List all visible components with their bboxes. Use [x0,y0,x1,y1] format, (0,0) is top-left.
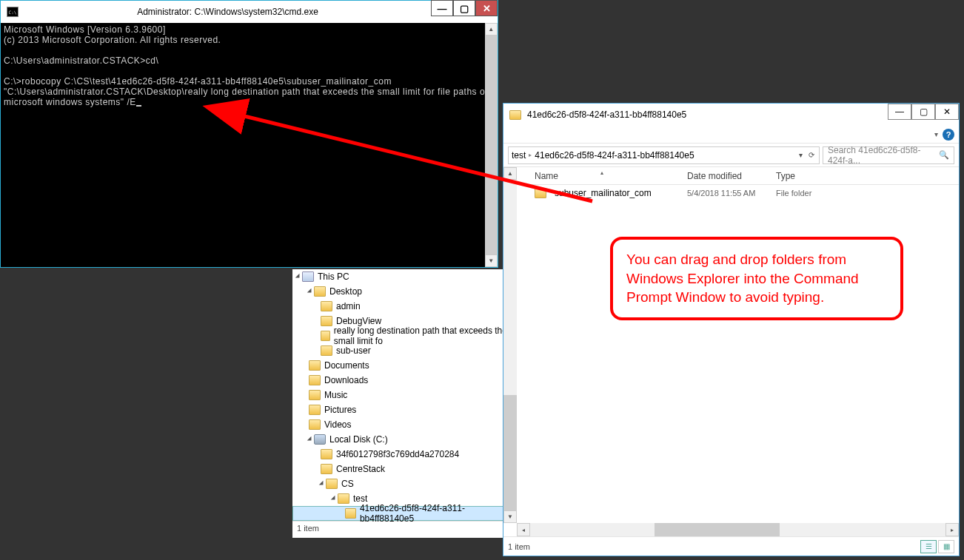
tree-label: This PC [318,271,349,282]
tree-guid-selected[interactable]: 41ed6c26-d5f8-424f-a311-bb4ff88140e5 [292,506,507,521]
background-explorer-tree: This PC Desktop admin DebugView really l… [292,269,507,538]
tree-downloads[interactable]: Downloads [292,373,507,388]
tree-label: 41ed6c26-d5f8-424f-a311-bb4ff88140e5 [360,503,506,524]
folder-icon [309,375,321,385]
item-count: 1 item [508,542,530,551]
explorer-ribbon-collapsed: ▾ ? [503,126,959,144]
refresh-icon[interactable]: ⟳ [807,151,816,159]
cmd-title: Administrator: C:\Windows\system32\cmd.e… [24,7,431,17]
tree-documents[interactable]: Documents [292,358,507,373]
cmd-titlebar[interactable]: Administrator: C:\Windows\system32\cmd.e… [1,1,498,23]
cmd-line: C:\Users\administrator.CSTACK>cd\ [4,55,158,66]
chevron-down-icon[interactable]: ▾ [934,130,938,138]
tree-localdisk[interactable]: Local Disk (C:) [292,432,507,447]
folder-icon [314,286,326,297]
tree-label: Music [324,390,347,400]
file-date: 5/4/2018 11:55 AM [687,189,776,198]
scroll-thumb[interactable] [655,523,779,536]
cmd-line: Microsoft Windows [Version 6.3.9600] [4,24,166,35]
chevron-down-icon[interactable]: ▾ [797,151,804,159]
cmd-line: (c) 2013 Microsoft Corporation. All righ… [4,35,221,45]
tree-label: really long destination path that exceed… [334,325,507,346]
close-button[interactable]: ✕ [935,104,959,120]
scroll-down-icon[interactable]: ▼ [503,510,517,523]
tree-music[interactable]: Music [292,388,507,402]
chevron-right-icon: ▸ [529,152,532,158]
folder-icon [321,449,332,459]
cursor-icon [136,105,141,107]
tree-cs[interactable]: CS [292,476,507,491]
folder-icon [309,419,321,430]
folder-icon [309,405,321,415]
tree-pictures[interactable]: Pictures [292,402,507,417]
cmd-line: C:\>robocopy C:\CS\test\41ed6c26-d5f8-42… [4,76,493,107]
file-row[interactable]: subuser_mailinator_com 5/4/2018 11:55 AM… [517,185,959,201]
tree-label: CS [341,479,354,489]
explorer-window: 41ed6c26-d5f8-424f-a311-bb4ff88140e5 — ▢… [503,103,960,556]
tree-admin[interactable]: admin [292,299,507,314]
folder-icon [509,110,521,120]
horizontal-scrollbar[interactable]: ◂ ▸ [517,523,959,536]
search-input[interactable]: Search 41ed6c26-d5f8-424f-a... 🔍 [823,146,954,164]
col-date-header[interactable]: Date modified [687,171,776,181]
tree-label: CentreStack [336,464,385,474]
sort-asc-icon: ▴ [600,169,603,176]
tree-this-pc[interactable]: This PC [292,269,507,284]
scroll-right-icon[interactable]: ▸ [945,523,959,536]
file-list: ▴Name Date modified Type subuser_mailina… [517,167,959,523]
scroll-down-icon[interactable]: ▼ [485,254,498,267]
scroll-up-icon[interactable]: ▲ [503,167,517,180]
file-name: subuser_mailinator_com [555,188,652,198]
tree-desktop[interactable]: Desktop [292,284,507,299]
crumb-guid[interactable]: 41ed6c26-d5f8-424f-a311-bb4ff88140e5 [535,150,694,161]
folder-icon [535,188,546,198]
cmd-scrollbar[interactable]: ▲ ▼ [485,23,498,267]
icons-view-button[interactable]: ▦ [938,540,954,553]
explorer-title: 41ed6c26-d5f8-424f-a311-bb4ff88140e5 [527,109,888,120]
tree-label: 34f6012798f3c769dd4a270284 [336,449,459,459]
folder-icon [321,301,332,311]
folder-icon [321,316,332,326]
tree-label: Documents [324,360,369,371]
details-view-button[interactable]: ☰ [920,540,937,553]
explorer-status-bar: 1 item ☰ ▦ [503,536,959,556]
folder-icon [326,479,338,489]
tree-videos[interactable]: Videos [292,417,507,432]
explorer-address-bar: test ▸ 41ed6c26-d5f8-424f-a311-bb4ff8814… [503,144,959,167]
help-icon[interactable]: ? [943,129,954,141]
tree-label: Local Disk (C:) [329,434,388,445]
disk-icon [314,434,326,445]
col-type-header[interactable]: Type [776,171,959,181]
folder-icon [321,345,332,356]
scroll-thumb[interactable] [503,395,517,510]
folder-icon [321,464,332,474]
tree-hash[interactable]: 34f6012798f3c769dd4a270284 [292,447,507,462]
breadcrumb[interactable]: test ▸ 41ed6c26-d5f8-424f-a311-bb4ff8814… [508,146,820,164]
scroll-up-icon[interactable]: ▲ [485,23,498,36]
tree-label: admin [336,301,361,311]
tree-label: DebugView [336,316,381,326]
minimize-button[interactable]: — [431,0,453,16]
tree-label: Videos [324,419,351,430]
search-icon: 🔍 [939,150,949,160]
close-button[interactable]: ✕ [475,0,498,16]
explorer-titlebar[interactable]: 41ed6c26-d5f8-424f-a311-bb4ff88140e5 — ▢… [503,104,959,126]
file-type: File folder [776,189,959,198]
scroll-thumb[interactable] [485,36,498,254]
tree-label: Downloads [324,375,368,385]
tree-centrestack[interactable]: CentreStack [292,462,507,476]
tree-longpath[interactable]: really long destination path that exceed… [292,328,507,343]
nav-pane-scrollbar[interactable]: ▲ ▼ [503,167,517,523]
search-placeholder: Search 41ed6c26-d5f8-424f-a... [828,145,939,166]
scroll-left-icon[interactable]: ◂ [517,523,530,536]
crumb-test[interactable]: test [512,150,526,161]
cmd-window: Administrator: C:\Windows\system32\cmd.e… [0,0,498,268]
maximize-button[interactable]: ▢ [453,0,475,16]
callout-text: You can drag and drop folders from Windo… [626,252,859,305]
minimize-button[interactable]: — [888,104,911,120]
maximize-button[interactable]: ▢ [911,104,935,120]
pc-icon [302,271,314,282]
cmd-terminal-body[interactable]: Microsoft Windows [Version 6.3.9600] (c)… [1,23,498,267]
cmd-app-icon [7,7,19,17]
col-name-header[interactable]: ▴Name [517,171,687,181]
